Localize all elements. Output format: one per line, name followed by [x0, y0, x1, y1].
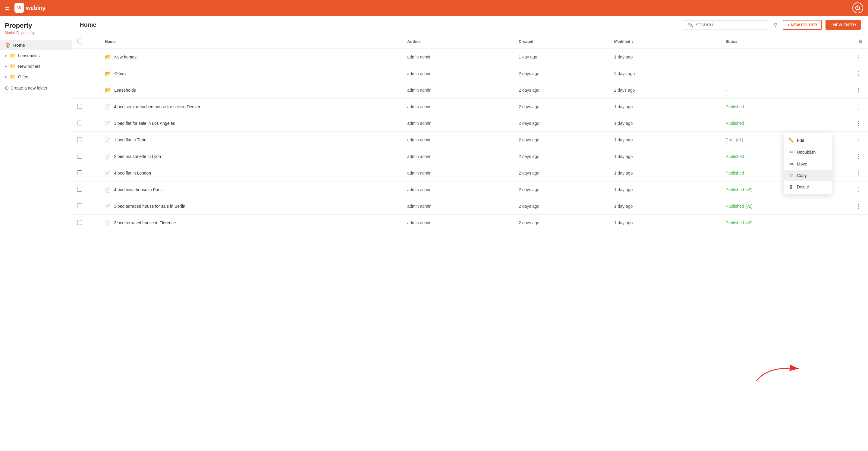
row-status: - [721, 49, 832, 65]
row-checkbox[interactable] [77, 204, 82, 208]
row-actions-button[interactable]: ⋮ [854, 136, 863, 144]
new-entry-button[interactable]: + NEW ENTRY [826, 20, 861, 30]
row-name[interactable]: New homes [114, 55, 136, 59]
edit-label: Edit [797, 138, 804, 143]
row-actions-button[interactable]: ⋮ [854, 169, 863, 177]
context-menu-item-copy[interactable]: ⧉ Copy [784, 170, 832, 181]
create-folder-button[interactable]: ⊕ Create a new folder [0, 82, 72, 94]
sidebar-item-offers[interactable]: ▶ 📁 Offers [0, 71, 72, 82]
row-name: 1 bed flat in Turin [114, 138, 146, 142]
row-name-cell: 📄 1 bed flat in Turin [100, 132, 402, 148]
filter-button[interactable]: ▽ [772, 20, 779, 30]
row-modified: 2 days ago [610, 65, 721, 82]
entries-table: Name Author Created Modified ↓ Status ⚙ [72, 34, 868, 231]
main-content: Home 🔍 ▽ + NEW FOLDER + NEW ENTRY Name [72, 16, 868, 451]
chevron-icon: ▶ [5, 54, 7, 57]
th-created: Created [514, 34, 610, 49]
row-actions-button[interactable]: ⋮ [854, 186, 863, 193]
row-name-cell: 📂 Offers [100, 65, 402, 82]
edit-icon: ✏️ [788, 138, 794, 143]
sidebar: Property Model ID: property 🏠 Home ▶ 📁 L… [0, 16, 72, 451]
row-actions-cell: ⋮ [832, 49, 868, 65]
row-created: 2 days ago [514, 115, 610, 132]
search-icon: 🔍 [688, 22, 693, 28]
entry-icon: 📄 [105, 121, 111, 126]
row-name: 4 bed town house in Paris [114, 187, 162, 192]
row-actions-button[interactable]: ⋮ [854, 219, 863, 227]
row-author: admin admin [402, 132, 514, 148]
hamburger-icon[interactable]: ☰ [5, 4, 10, 11]
row-created: 2 days ago [514, 181, 610, 198]
row-checkbox[interactable] [77, 170, 82, 175]
row-author: admin admin [402, 98, 514, 115]
logo-box: W [14, 3, 24, 13]
row-created: 2 days ago [514, 98, 610, 115]
row-name-cell: 📂 New homes [100, 49, 402, 65]
th-modified[interactable]: Modified ↓ [610, 34, 721, 49]
row-actions-button[interactable]: ⋮ [854, 70, 863, 78]
row-actions-cell: ⋮ [832, 132, 868, 148]
row-checkbox[interactable] [77, 104, 82, 109]
chevron-icon: ▶ [5, 64, 7, 68]
row-created: 2 days ago [514, 215, 610, 231]
copy-icon: ⧉ [788, 173, 794, 178]
row-name-cell: 📄 3 bed terraced house for sale in Berli… [100, 198, 402, 215]
delete-label: Delete [797, 184, 809, 189]
search-input[interactable] [696, 23, 764, 27]
row-modified: 1 day ago [610, 98, 721, 115]
row-author: admin admin [402, 181, 514, 198]
sidebar-item-label: New homes [18, 64, 40, 69]
select-all-checkbox[interactable] [77, 38, 82, 43]
row-author: admin admin [402, 49, 514, 65]
row-checkbox[interactable] [77, 220, 82, 225]
row-check-cell [72, 198, 100, 215]
row-author: admin admin [402, 165, 514, 181]
context-menu-item-delete[interactable]: 🗑 Delete [784, 181, 832, 193]
model-title: Property [0, 22, 72, 31]
row-name[interactable]: Leaseholds [114, 88, 136, 93]
row-checkbox[interactable] [77, 187, 82, 192]
row-name-cell: 📄 4 bed flat in London [100, 165, 402, 181]
sidebar-item-new-homes[interactable]: ▶ 📁 New homes [0, 61, 72, 71]
power-icon[interactable]: ⏻ [852, 2, 863, 13]
row-modified: 1 day ago [610, 215, 721, 231]
th-author: Author [402, 34, 514, 49]
row-name[interactable]: Offers [114, 71, 126, 76]
model-id-label: Model ID: [5, 31, 20, 35]
row-name: 3 bed terraced house for sale in Berlin [114, 204, 185, 209]
row-actions-button[interactable]: ⋮ [854, 202, 863, 210]
row-actions-cell: ⋮ [832, 82, 868, 98]
row-actions-cell: ⋮ [832, 98, 868, 115]
context-menu-item-move[interactable]: ⇒ Move [784, 158, 832, 170]
table-row: 📄 4 bed semi-detached house for sale in … [72, 98, 868, 115]
row-created: 2 days ago [514, 198, 610, 215]
row-actions-button[interactable]: ⋮ [854, 103, 863, 111]
layout: Property Model ID: property 🏠 Home ▶ 📁 L… [0, 16, 868, 451]
row-check-cell [72, 82, 100, 98]
context-menu: ✏️ Edit ↩ Unpublish ⇒ Move ⧉ Copy 🗑 Dele… [784, 133, 832, 194]
row-created: 2 days ago [514, 148, 610, 165]
row-actions-button[interactable]: ⋮ [854, 53, 863, 61]
row-actions-button[interactable]: ⋮ [854, 153, 863, 160]
logo: W webiny [14, 3, 45, 13]
sidebar-item-leaseholds[interactable]: ▶ 📁 Leaseholds [0, 50, 72, 61]
row-actions-button[interactable]: ⋮ [854, 86, 863, 94]
settings-icon[interactable]: ⚙ [858, 38, 863, 45]
context-menu-item-unpublish[interactable]: ↩ Unpublish [784, 146, 832, 158]
row-actions-button[interactable]: ⋮ [854, 119, 863, 127]
context-menu-item-edit[interactable]: ✏️ Edit [784, 134, 832, 146]
row-checkbox[interactable] [77, 121, 82, 125]
nav-right: ⏻ [852, 2, 863, 13]
row-status: - [721, 65, 832, 82]
row-checkbox[interactable] [77, 154, 82, 158]
table-row: 📄 3 bed terraced house for sale in Berli… [72, 198, 868, 215]
new-folder-button[interactable]: + NEW FOLDER [783, 20, 822, 30]
row-author: admin admin [402, 65, 514, 82]
entry-icon: 📄 [105, 137, 111, 143]
row-checkbox[interactable] [77, 137, 82, 142]
folder-icon: 📂 [105, 54, 111, 60]
sidebar-item-home[interactable]: 🏠 Home [0, 40, 72, 50]
th-actions: ⚙ [832, 34, 868, 49]
nav-left: ☰ W webiny [5, 3, 45, 13]
row-modified: 1 day ago [610, 165, 721, 181]
